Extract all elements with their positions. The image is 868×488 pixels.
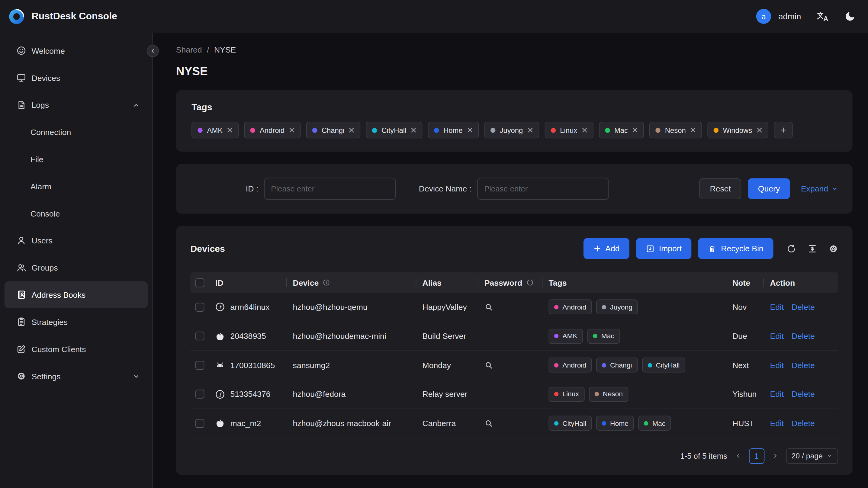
add-button[interactable]: Add xyxy=(583,238,630,259)
tag-chip-windows[interactable]: Windows xyxy=(707,122,768,138)
row-checkbox[interactable] xyxy=(195,390,204,399)
tag-color-dot xyxy=(197,127,203,132)
sidebar-item-label: Groups xyxy=(31,263,58,272)
tag-chip-mac[interactable]: Mac xyxy=(599,122,644,138)
column-label: Device xyxy=(293,278,319,287)
reset-button[interactable]: Reset xyxy=(700,178,741,199)
dark-mode-icon[interactable] xyxy=(844,10,856,22)
page-1-button[interactable]: 1 xyxy=(749,448,764,463)
sidebar-item-label: Settings xyxy=(31,372,60,380)
devices-table: ID Device Alias Password Tags Note Actio… xyxy=(191,272,838,438)
breadcrumb-current: NYSE xyxy=(214,45,236,54)
sidebar-item-welcome[interactable]: Welcome xyxy=(4,37,148,64)
tag-chip-linux[interactable]: Linux xyxy=(545,122,593,138)
tag-chip-changi[interactable]: Changi xyxy=(306,122,361,138)
tag-color-dot xyxy=(602,305,607,309)
query-button[interactable]: Query xyxy=(748,178,790,199)
tag-label: CityHall xyxy=(381,126,406,134)
expand-link[interactable]: Expand xyxy=(801,184,838,193)
tag-color-dot xyxy=(554,363,559,367)
monitor-icon xyxy=(17,73,26,83)
people-icon xyxy=(17,263,26,272)
add-tag-button[interactable] xyxy=(774,122,793,138)
tag-chip-cityhall[interactable]: CityHall xyxy=(366,122,423,138)
breadcrumb-parent[interactable]: Shared xyxy=(176,45,202,54)
tag-chip-android[interactable]: Android xyxy=(244,122,301,138)
table-header-row: ID Device Alias Password Tags Note Actio… xyxy=(191,272,838,293)
remove-tag-icon[interactable] xyxy=(227,127,232,133)
delete-link[interactable]: Delete xyxy=(792,361,815,370)
view-password-icon[interactable] xyxy=(485,361,493,370)
delete-link[interactable]: Delete xyxy=(792,419,815,428)
id-input[interactable] xyxy=(264,178,395,200)
remove-tag-icon[interactable] xyxy=(756,127,762,133)
select-all-checkbox[interactable] xyxy=(195,278,204,287)
sidebar-item-logs[interactable]: Logs xyxy=(4,91,148,118)
page-size-select[interactable]: 20 / page xyxy=(786,448,838,463)
remove-tag-icon[interactable] xyxy=(411,127,416,133)
info-icon[interactable] xyxy=(322,279,330,286)
rustdesk-logo-icon xyxy=(8,8,25,25)
edit-link[interactable]: Edit xyxy=(770,303,784,311)
recycle-bin-button[interactable]: Recycle Bin xyxy=(698,238,773,259)
delete-link[interactable]: Delete xyxy=(792,303,815,311)
remove-tag-icon[interactable] xyxy=(289,127,294,133)
remove-tag-icon[interactable] xyxy=(349,127,354,133)
import-button-label: Import xyxy=(659,244,682,253)
row-height-icon[interactable] xyxy=(808,244,817,253)
remove-tag-icon[interactable] xyxy=(632,127,638,133)
sidebar-item-file[interactable]: File xyxy=(4,146,148,173)
tag-chip-amk[interactable]: AMK xyxy=(191,122,239,138)
row-checkbox[interactable] xyxy=(195,361,204,370)
row-checkbox[interactable] xyxy=(195,303,204,311)
avatar[interactable]: a xyxy=(756,9,771,24)
sidebar-collapse-button[interactable] xyxy=(147,45,159,57)
edit-link[interactable]: Edit xyxy=(770,361,784,370)
delete-link[interactable]: Delete xyxy=(792,390,815,399)
sidebar-item-users[interactable]: Users xyxy=(4,227,148,254)
tag-chip-neson[interactable]: Neson xyxy=(649,122,702,138)
next-page-button[interactable] xyxy=(770,451,780,460)
sidebar-item-settings[interactable]: Settings xyxy=(4,363,148,390)
linux-os-icon: f xyxy=(215,390,225,399)
row-checkbox[interactable] xyxy=(195,419,204,428)
import-button[interactable]: Import xyxy=(637,238,692,259)
sidebar-item-groups[interactable]: Groups xyxy=(4,254,148,281)
chevron-down-icon xyxy=(132,372,140,380)
sidebar-item-custom-clients[interactable]: Custom Clients xyxy=(4,336,148,363)
column-label: Password xyxy=(485,278,523,287)
prev-page-button[interactable] xyxy=(733,451,743,460)
tag-label: Neson xyxy=(603,391,623,398)
tag-color-dot xyxy=(554,305,559,309)
view-password-icon[interactable] xyxy=(485,419,493,428)
sidebar-item-connection[interactable]: Connection xyxy=(4,118,148,146)
sidebar-item-console[interactable]: Console xyxy=(4,200,148,227)
info-icon[interactable] xyxy=(526,279,533,286)
edit-link[interactable]: Edit xyxy=(770,390,784,399)
sidebar-item-devices[interactable]: Devices xyxy=(4,64,148,92)
tag-chip-juyong[interactable]: Juyong xyxy=(484,122,539,138)
column-header-note: Note xyxy=(726,272,764,293)
edit-link[interactable]: Edit xyxy=(770,332,784,340)
remove-tag-icon[interactable] xyxy=(467,127,472,133)
tag-label: AMK xyxy=(562,332,578,340)
tag-color-dot xyxy=(602,363,607,367)
tag-chip-home[interactable]: Home xyxy=(428,122,479,138)
sidebar-item-address-books[interactable]: Address Books xyxy=(4,281,148,308)
table-settings-gear-icon[interactable] xyxy=(829,244,838,253)
column-header-action: Action xyxy=(764,272,838,293)
translate-icon[interactable]: A xyxy=(817,11,829,22)
device-name-input[interactable] xyxy=(477,178,609,200)
sidebar-item-alarm[interactable]: Alarm xyxy=(4,173,148,200)
view-password-icon[interactable] xyxy=(485,303,493,311)
sidebar-item-strategies[interactable]: Strategies xyxy=(4,308,148,336)
row-tag: Mac xyxy=(639,416,671,431)
remove-tag-icon[interactable] xyxy=(690,127,695,133)
remove-tag-icon[interactable] xyxy=(527,127,533,133)
device-note: HUST xyxy=(733,419,754,428)
delete-link[interactable]: Delete xyxy=(792,332,815,340)
row-checkbox[interactable] xyxy=(195,332,204,340)
refresh-icon[interactable] xyxy=(787,244,796,253)
edit-link[interactable]: Edit xyxy=(770,419,784,428)
remove-tag-icon[interactable] xyxy=(582,127,587,133)
